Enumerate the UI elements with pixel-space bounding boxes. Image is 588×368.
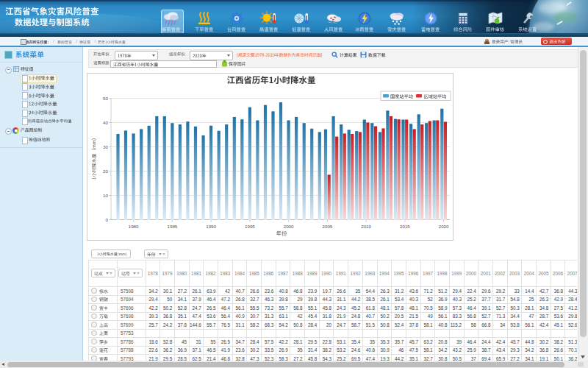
- svg-text:2015: 2015: [400, 224, 410, 229]
- svg-text:30: 30: [103, 144, 108, 149]
- svg-text:2010: 2010: [361, 224, 371, 229]
- svg-text:40: 40: [103, 120, 108, 125]
- svg-text:2005: 2005: [323, 224, 333, 229]
- svg-text:1995: 1995: [245, 224, 255, 229]
- svg-text:1980: 1980: [129, 224, 139, 229]
- svg-text:1990: 1990: [206, 224, 216, 229]
- svg-text:10: 10: [103, 193, 108, 198]
- svg-text:50: 50: [103, 96, 108, 101]
- svg-text:0: 0: [106, 217, 109, 222]
- svg-text:1985: 1985: [168, 224, 178, 229]
- svg-text:20: 20: [103, 169, 108, 174]
- svg-text:2020: 2020: [439, 224, 449, 229]
- svg-text:2000: 2000: [284, 224, 294, 229]
